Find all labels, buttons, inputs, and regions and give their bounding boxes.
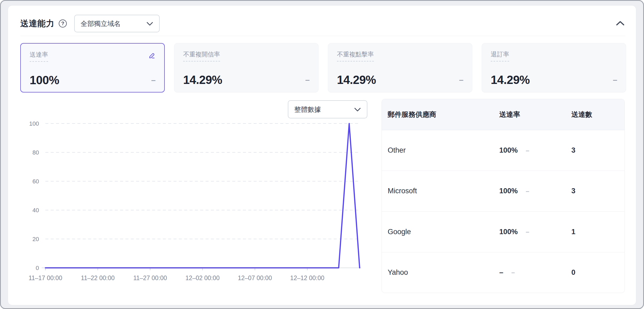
rate-value: 100% bbox=[499, 228, 518, 236]
svg-text:12–02 00:00: 12–02 00:00 bbox=[186, 275, 220, 281]
svg-text:12–12 00:00: 12–12 00:00 bbox=[290, 275, 324, 281]
card-bottom: 14.29% – bbox=[183, 73, 310, 87]
chart-scope-value: 整體數據 bbox=[294, 105, 321, 114]
metric-card-delivery-rate[interactable]: 送達率 100% – bbox=[20, 43, 165, 92]
svg-text:11–17 00:00: 11–17 00:00 bbox=[29, 275, 62, 281]
metric-trend: – bbox=[305, 75, 310, 84]
rate-value: 100% bbox=[499, 187, 518, 195]
provider-name: Other bbox=[388, 146, 499, 154]
metric-trend: – bbox=[151, 76, 156, 85]
delivered-count: 3 bbox=[571, 187, 625, 195]
svg-text:40: 40 bbox=[33, 207, 39, 214]
provider-table: 郵件服務供應商 送達率 送達數 Other 100% – 3 Microsoft… bbox=[382, 99, 625, 293]
table-row-google: Google 100% – 1 bbox=[382, 212, 625, 252]
provider-name: Google bbox=[388, 228, 499, 236]
help-icon[interactable]: ? bbox=[59, 20, 67, 28]
svg-text:100: 100 bbox=[29, 120, 39, 127]
page-title: 送達能力 bbox=[20, 18, 54, 29]
table-row-microsoft: Microsoft 100% – 3 bbox=[382, 171, 625, 211]
rate-trend: – bbox=[526, 187, 529, 195]
delivered-count: 1 bbox=[571, 228, 625, 236]
metric-value: 100% bbox=[30, 74, 59, 87]
card-bottom: 14.29% – bbox=[337, 73, 464, 87]
deliverability-panel: 送達能力 ? 全部獨立域名 送達率 bbox=[8, 5, 636, 305]
delivered-count: 3 bbox=[571, 146, 625, 154]
chevron-down-icon bbox=[354, 106, 361, 113]
card-top: 不重複開信率 bbox=[183, 50, 310, 61]
provider-name: Yahoo bbox=[388, 268, 499, 277]
edit-pencil-icon[interactable] bbox=[148, 51, 156, 60]
card-bottom: 14.29% – bbox=[491, 73, 617, 87]
deliverability-screen: 送達能力 ? 全部獨立域名 送達率 bbox=[0, 0, 644, 309]
svg-text:0: 0 bbox=[36, 265, 39, 271]
rate-trend: – bbox=[526, 147, 529, 154]
rate-value: 100% bbox=[499, 146, 518, 154]
svg-text:12–07 00:00: 12–07 00:00 bbox=[238, 275, 272, 281]
svg-text:11–22 00:00: 11–22 00:00 bbox=[81, 275, 115, 281]
metric-label: 退訂率 bbox=[491, 50, 509, 61]
rate-value: – bbox=[499, 268, 503, 277]
chevron-up-icon bbox=[616, 21, 625, 27]
collapse-button[interactable] bbox=[614, 17, 626, 30]
provider-table-header: 郵件服務供應商 送達率 送達數 bbox=[382, 99, 625, 130]
svg-text:80: 80 bbox=[33, 149, 39, 156]
metric-value: 14.29% bbox=[183, 73, 222, 87]
column-header-delivered: 送達數 bbox=[571, 110, 625, 119]
header-divider bbox=[20, 36, 625, 36]
delivered-count: 0 bbox=[571, 268, 625, 277]
card-top: 不重複點擊率 bbox=[337, 50, 464, 61]
chart-scope-select[interactable]: 整體數據 bbox=[288, 100, 367, 118]
metric-value: 14.29% bbox=[491, 73, 530, 87]
delivery-rate-line-chart: 10080604020011–17 00:0011–22 00:0011–27 … bbox=[27, 118, 366, 289]
metric-value: 14.29% bbox=[337, 73, 376, 87]
svg-text:20: 20 bbox=[33, 236, 39, 242]
card-top: 送達率 bbox=[30, 51, 156, 62]
domain-filter-select[interactable]: 全部獨立域名 bbox=[74, 15, 160, 32]
metric-card-unique-open-rate[interactable]: 不重複開信率 14.29% – bbox=[174, 43, 319, 92]
table-row-other: Other 100% – 3 bbox=[382, 130, 625, 171]
table-row-yahoo: Yahoo – – 0 bbox=[382, 252, 625, 293]
metric-label: 送達率 bbox=[30, 51, 48, 62]
metric-label: 不重複點擊率 bbox=[337, 50, 374, 61]
svg-text:60: 60 bbox=[33, 178, 39, 185]
metric-trend: – bbox=[613, 75, 617, 84]
panel-header: 送達能力 ? 全部獨立域名 bbox=[20, 12, 626, 35]
rate-cell: 100% – bbox=[499, 146, 571, 154]
column-header-rate: 送達率 bbox=[499, 110, 571, 119]
rate-trend: – bbox=[511, 269, 515, 276]
svg-text:11–27 00:00: 11–27 00:00 bbox=[133, 275, 167, 281]
metric-card-unsubscribe-rate[interactable]: 退訂率 14.29% – bbox=[482, 43, 626, 92]
card-top: 退訂率 bbox=[491, 50, 618, 61]
metric-card-unique-click-rate[interactable]: 不重複點擊率 14.29% – bbox=[328, 43, 472, 92]
rate-cell: 100% – bbox=[499, 228, 571, 236]
column-header-provider: 郵件服務供應商 bbox=[388, 110, 499, 119]
metric-trend: – bbox=[459, 75, 464, 84]
metric-cards: 送達率 100% – 不重複開信率 bbox=[20, 43, 626, 92]
rate-cell: – – bbox=[499, 268, 571, 277]
card-bottom: 100% – bbox=[30, 74, 156, 87]
rate-trend: – bbox=[526, 228, 529, 235]
provider-name: Microsoft bbox=[388, 187, 499, 195]
chevron-down-icon bbox=[146, 20, 153, 28]
metric-label: 不重複開信率 bbox=[183, 50, 220, 61]
rate-cell: 100% – bbox=[499, 187, 571, 195]
domain-filter-value: 全部獨立域名 bbox=[81, 19, 121, 28]
